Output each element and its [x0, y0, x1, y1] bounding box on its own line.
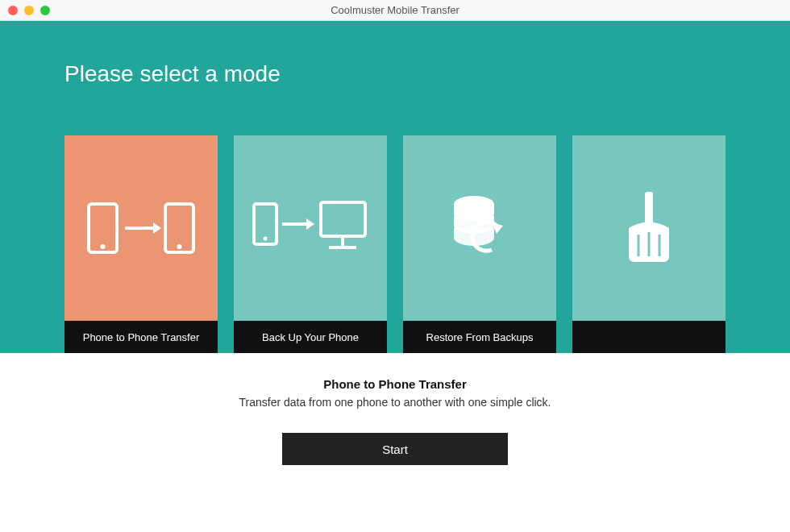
hero-section: Please select a mode: [0, 21, 790, 353]
titlebar: Coolmuster Mobile Transfer: [0, 0, 790, 21]
mode-cards: Phone to Phone Transfer: [64, 135, 726, 353]
page-heading: Please select a mode: [64, 61, 726, 87]
mode-card-backup[interactable]: Back Up Your Phone: [234, 135, 387, 353]
window-title: Coolmuster Mobile Transfer: [331, 4, 459, 16]
mode-label: Back Up Your Phone: [234, 321, 387, 353]
phone-to-computer-icon: [250, 196, 371, 260]
start-button[interactable]: Start: [282, 433, 508, 465]
mode-icon-area: [403, 135, 556, 321]
mode-icon-area: [572, 135, 726, 321]
mode-card-restore[interactable]: Restore From Backups: [403, 135, 556, 353]
close-icon[interactable]: [8, 6, 18, 15]
svg-rect-15: [645, 192, 653, 224]
database-restore-icon: [443, 192, 516, 264]
window-controls: [0, 6, 50, 15]
svg-point-3: [177, 244, 182, 249]
maximize-icon[interactable]: [40, 6, 50, 15]
footer-title: Phone to Phone Transfer: [323, 377, 467, 391]
svg-marker-5: [153, 222, 161, 234]
footer-description: Transfer data from one phone to another …: [239, 396, 551, 409]
mode-label: Phone to Phone Transfer: [64, 321, 218, 353]
minimize-icon[interactable]: [24, 6, 34, 15]
svg-point-1: [101, 244, 106, 249]
svg-rect-10: [321, 202, 365, 236]
mode-card-erase[interactable]: [572, 135, 726, 353]
svg-point-7: [264, 237, 268, 241]
mode-icon-area: [64, 135, 218, 321]
phone-to-phone-icon: [85, 200, 198, 256]
mode-card-phone-transfer[interactable]: Phone to Phone Transfer: [64, 135, 218, 353]
svg-marker-9: [306, 218, 314, 230]
mode-label: Restore From Backups: [403, 321, 556, 353]
app-body: Please select a mode: [0, 21, 790, 532]
mode-label: [572, 321, 726, 353]
mode-icon-area: [234, 135, 387, 321]
footer-section: Phone to Phone Transfer Transfer data fr…: [0, 353, 790, 532]
erase-icon: [621, 188, 677, 268]
